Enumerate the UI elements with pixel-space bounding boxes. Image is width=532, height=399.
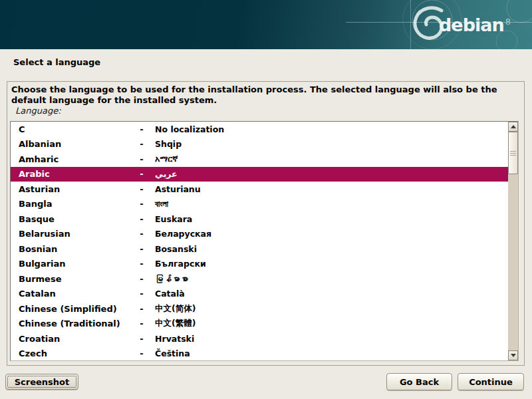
screenshot-button[interactable]: Screenshot: [5, 374, 78, 390]
language-native-name: Bosanski: [155, 244, 508, 254]
language-row[interactable]: Bangla-বাংলা: [11, 197, 508, 212]
language-name: Asturian: [19, 184, 128, 194]
brand-name: debian: [439, 15, 504, 35]
separator-dash: -: [128, 289, 155, 299]
separator-dash: -: [128, 139, 155, 149]
thumb-grip: [510, 155, 516, 156]
language-name: Chinese (Simplified): [19, 304, 128, 314]
language-listbox: C-No localizationAlbanian-ShqipAmharic-አ…: [10, 121, 519, 361]
separator-dash: -: [128, 124, 155, 134]
separator-dash: -: [128, 244, 155, 254]
language-name: Bosnian: [19, 244, 128, 254]
language-native-name: Shqip: [155, 139, 508, 149]
separator-dash: -: [128, 199, 155, 209]
language-row[interactable]: Albanian-Shqip: [11, 137, 508, 152]
separator-dash: -: [128, 334, 155, 344]
thumb-grip: [510, 153, 516, 154]
language-row[interactable]: Chinese (Traditional)-中文(繁體): [11, 317, 508, 332]
language-row[interactable]: Czech-Čeština: [11, 346, 508, 361]
language-name: Catalan: [19, 289, 128, 299]
separator-dash: -: [128, 169, 155, 179]
separator-dash: -: [128, 274, 155, 284]
language-native-name: 中文(简体): [155, 303, 508, 315]
language-native-name: Euskara: [155, 214, 508, 224]
chevron-down-icon: [511, 354, 516, 357]
focus-ring: Screenshot: [7, 376, 76, 388]
thumb-grip: [510, 151, 516, 152]
language-native-name: አማርኛ: [155, 154, 508, 164]
separator-dash: -: [128, 259, 155, 269]
scrollbar-thumb[interactable]: [508, 132, 518, 174]
language-name: Arabic: [19, 169, 128, 179]
language-name: Burmese: [19, 274, 128, 284]
language-row[interactable]: Bulgarian-Български: [11, 257, 508, 272]
continue-button[interactable]: Continue: [458, 373, 524, 390]
language-native-name: Asturianu: [155, 184, 508, 194]
language-name: C: [19, 124, 128, 134]
language-native-name: 中文(繁體): [155, 318, 508, 329]
language-native-name: বাংলা: [155, 199, 508, 209]
language-name: Bangla: [19, 199, 128, 209]
separator-dash: -: [128, 348, 155, 358]
separator-dash: -: [128, 229, 155, 239]
language-field-label: Language:: [15, 106, 61, 116]
language-row[interactable]: Chinese (Simplified)-中文(简体): [11, 301, 508, 317]
brand-version: 8: [505, 17, 511, 27]
language-row[interactable]: C-No localization: [11, 122, 508, 137]
language-name: Amharic: [19, 154, 128, 164]
separator-dash: -: [128, 154, 155, 164]
language-native-name: Български: [155, 259, 508, 269]
language-name: Croatian: [19, 334, 128, 344]
language-row[interactable]: Croatian-Hrvatski: [11, 331, 508, 346]
language-name: Czech: [19, 348, 128, 358]
language-name: Chinese (Traditional): [19, 319, 128, 329]
separator-dash: -: [128, 184, 155, 194]
scrollbar[interactable]: [508, 122, 518, 360]
separator-dash: -: [128, 304, 155, 314]
language-native-name: No localization: [155, 124, 508, 134]
instruction-text: Choose the language to be used for the i…: [11, 84, 517, 106]
continue-button-label: Continue: [469, 377, 513, 387]
language-native-name: Català: [155, 289, 508, 299]
language-name: Belarusian: [19, 229, 128, 239]
language-native-name: Hrvatski: [155, 334, 508, 344]
header-banner: debian8: [0, 0, 532, 49]
language-native-name: မြန်မာစာ: [155, 274, 508, 284]
language-name: Bulgarian: [19, 259, 128, 269]
language-row[interactable]: Asturian-Asturianu: [11, 182, 508, 197]
language-row[interactable]: Basque-Euskara: [11, 211, 508, 227]
language-native-name: عربي: [155, 169, 508, 179]
brand-logo: debian8: [439, 15, 511, 35]
language-name: Basque: [19, 214, 128, 224]
page-title: Select a language: [13, 57, 100, 67]
language-native-name: Беларуская: [155, 229, 508, 239]
language-name: Albanian: [19, 139, 128, 149]
scroll-up-button[interactable]: [508, 122, 518, 132]
chevron-up-icon: [511, 125, 516, 128]
go-back-button[interactable]: Go Back: [386, 373, 452, 390]
scroll-down-button[interactable]: [508, 350, 518, 360]
language-row[interactable]: Amharic-አማርኛ: [11, 152, 508, 167]
separator-dash: -: [128, 319, 155, 329]
language-row[interactable]: Arabic-عربي: [11, 167, 508, 182]
language-row[interactable]: Bosnian-Bosanski: [11, 241, 508, 257]
language-row[interactable]: Belarusian-Беларуская: [11, 227, 508, 242]
language-row[interactable]: Burmese-မြန်မာစာ: [11, 271, 508, 287]
go-back-button-label: Go Back: [400, 377, 439, 387]
language-row[interactable]: Catalan-Català: [11, 287, 508, 302]
separator-dash: -: [128, 214, 155, 224]
language-native-name: Čeština: [155, 348, 508, 358]
screenshot-button-label: Screenshot: [15, 377, 70, 387]
language-list[interactable]: C-No localizationAlbanian-ShqipAmharic-አ…: [11, 122, 508, 360]
